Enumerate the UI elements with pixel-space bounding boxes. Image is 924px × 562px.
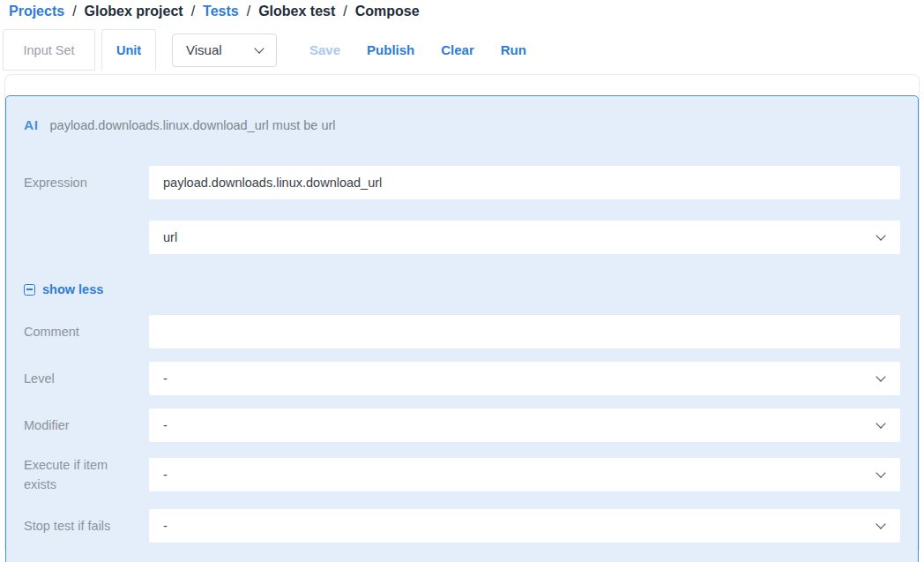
breadcrumb-compose: Compose [355,4,420,19]
level-label: Level [24,369,149,388]
breadcrumb-projects[interactable]: Projects [9,4,64,19]
expression-label: Expression [24,173,149,192]
assertion-panel: AI payload.downloads.linux.download_url … [5,95,919,562]
assertion-type-value: url [163,230,177,244]
publish-button[interactable]: Publish [367,42,414,57]
level-value: - [163,371,168,386]
view-mode-select[interactable]: Visual [172,34,277,67]
assertion-type-row: url [24,221,900,254]
chevron-down-icon [254,43,264,53]
assertion-header: AI payload.downloads.linux.download_url … [24,117,900,133]
stop-test-if-fails-label: Stop test if fails [24,516,149,536]
modifier-value: - [163,418,168,432]
chevron-down-icon [876,418,885,428]
chevron-down-icon [876,468,885,477]
breadcrumb-separator: / [247,4,250,19]
show-less-label: show less [42,282,103,296]
stop-test-if-fails-row: Stop test if fails - [24,509,900,543]
comment-label: Comment [24,322,149,341]
view-mode-value: Visual [186,42,222,57]
toolbar-actions: Save Publish Clear Run [309,29,526,71]
breadcrumb-globex-test: Globex test [258,4,335,19]
chevron-down-icon [876,371,885,381]
execute-if-item-exists-label: Execute if item exists [24,455,149,494]
compose-content-area: AI payload.downloads.linux.download_url … [4,74,920,551]
save-button[interactable]: Save [309,42,340,57]
ai-badge: AI [24,117,39,133]
breadcrumb-separator: / [191,4,195,19]
stop-test-if-fails-select[interactable]: - [149,509,900,543]
execute-if-item-exists-value: - [163,468,168,482]
breadcrumb-tests[interactable]: Tests [203,4,239,19]
expression-input[interactable] [149,166,900,199]
modifier-select[interactable]: - [149,408,900,442]
tab-unit[interactable]: Unit [101,29,156,71]
breadcrumb-globex-project: Globex project [85,4,183,19]
execute-if-item-exists-select[interactable]: - [149,458,900,491]
comment-input[interactable] [149,315,900,348]
breadcrumb: Projects / Globex project / Tests / Glob… [0,0,924,19]
expression-row: Expression [24,166,900,199]
breadcrumb-separator: / [343,4,346,19]
run-button[interactable]: Run [501,42,526,57]
comment-row: Comment [24,315,900,348]
show-less-toggle[interactable]: show less [24,282,103,296]
execute-if-item-exists-row: Execute if item exists - [24,455,900,494]
assertion-type-select[interactable]: url [149,221,900,254]
collapse-minus-icon [24,284,35,296]
assertion-summary: payload.downloads.linux.download_url mus… [50,118,336,132]
compose-toolbar: Input Set Unit Visual Save Publish Clear… [3,29,924,71]
chevron-down-icon [876,519,885,528]
level-select[interactable]: - [149,362,900,395]
modifier-row: Modifier - [24,408,900,442]
level-row: Level - [24,362,900,395]
clear-button[interactable]: Clear [441,42,474,57]
modifier-label: Modifier [24,416,149,435]
tab-input-set[interactable]: Input Set [3,29,95,71]
stop-test-if-fails-value: - [163,519,168,533]
breadcrumb-separator: / [72,4,76,19]
chevron-down-icon [876,230,885,240]
